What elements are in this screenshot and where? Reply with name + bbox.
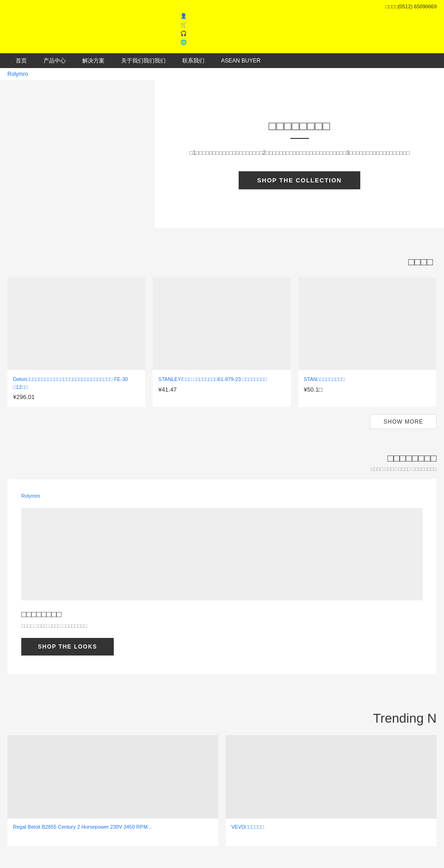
- trending-grid: Regal Beloit B2855 Century 2 Horsepower …: [7, 735, 437, 846]
- product-info-1: STANLEY/□□□ □□□□□□□□61-879-23 □□□□□□□□ ¥…: [153, 370, 290, 399]
- globe-icon: 🌐: [180, 39, 187, 45]
- headset-icon: 🎧: [180, 31, 187, 37]
- main-banner-card: □□□□□□□□ □1□□□□□□□□□□□□□□□□□□□□2□□□□□□□□…: [155, 80, 444, 228]
- trending-info-1: VEVO□□□□□□: [226, 818, 437, 836]
- product-card-0: Deton□□□□□□□□□□□□□□□□□□□□□□□□□□□□ FE-30 …: [7, 277, 145, 407]
- looks-breadcrumb[interactable]: Rolymro: [21, 493, 423, 499]
- looks-outer-section: □□□□□□□□ □□□□ □□□□ □□□□ □□□□□□□□ Rolymro…: [0, 438, 444, 679]
- nav-item-home[interactable]: 首页: [7, 53, 35, 68]
- product-image-0: [7, 277, 145, 370]
- looks-card: Rolymro □□□□□□□□ □□□□ □□□□ □□□□ □□□□□□□□…: [7, 479, 437, 674]
- navbar: 首页 产品中心 解决方案 关于我们我们我们 联系我们 ASEAN BUYER: [0, 53, 444, 68]
- top-header: □□□□(0512) 65090669 👤 🛒 🎧 🌐: [0, 0, 444, 53]
- trending-section: Trending N Regal Beloit B2855 Century 2 …: [0, 697, 444, 851]
- breadcrumb[interactable]: Rolymro: [0, 68, 444, 80]
- product-card-1: STANLEY/□□□ □□□□□□□□61-879-23 □□□□□□□□ ¥…: [153, 277, 290, 407]
- nav-item-products[interactable]: 产品中心: [35, 53, 74, 68]
- cart-icon-row[interactable]: 🛒: [180, 22, 187, 28]
- products-section-title: □□□□: [7, 256, 437, 268]
- product-price-1: ¥41.47: [158, 386, 285, 393]
- trending-product-title-0[interactable]: Regal Beloit B2855 Century 2 Horsepower …: [13, 823, 213, 831]
- phone-text: □□□□(0512) 65090669: [386, 4, 437, 9]
- headset-icon-row[interactable]: 🎧: [180, 31, 187, 37]
- shop-collection-button[interactable]: SHOP THE COLLECTION: [239, 171, 360, 189]
- product-image-1: [153, 277, 290, 370]
- product-image-2: [298, 277, 436, 370]
- looks-inner-title: □□□□□□□□: [21, 610, 423, 619]
- person-icon-row[interactable]: 👤: [180, 13, 187, 19]
- looks-section-subtitle: □□□□ □□□□ □□□□ □□□□□□□□: [7, 466, 437, 472]
- section-gap-2: [0, 679, 444, 697]
- products-section: □□□□ Deton□□□□□□□□□□□□□□□□□□□□□□□□□□□□ F…: [0, 247, 444, 438]
- trending-info-0: Regal Beloit B2855 Century 2 Horsepower …: [7, 818, 218, 836]
- trending-image-0: [7, 735, 218, 818]
- trending-section-title: Trending N: [7, 711, 437, 726]
- product-title-2[interactable]: STAN□□□□□□□□□: [304, 375, 431, 383]
- products-grid: Deton□□□□□□□□□□□□□□□□□□□□□□□□□□□□ FE-30 …: [7, 277, 437, 407]
- show-more-row: SHOW MORE: [7, 414, 437, 429]
- trending-image-1: [226, 735, 437, 818]
- main-heading: □□□□□□□□: [269, 119, 331, 133]
- person-icon: 👤: [180, 13, 187, 19]
- nav-item-about[interactable]: 关于我们我们我们: [113, 53, 174, 68]
- section-gap-1: [0, 228, 444, 247]
- divider: [290, 138, 309, 139]
- show-more-button[interactable]: SHOW MORE: [370, 414, 437, 429]
- product-info-2: STAN□□□□□□□□□ ¥50.1□: [298, 370, 436, 399]
- looks-section-title: □□□□□□□□: [7, 452, 437, 464]
- looks-image: [21, 508, 423, 600]
- header-icons: 👤 🛒 🎧 🌐: [180, 13, 187, 45]
- nav-item-asean[interactable]: ASEAN BUYER: [213, 53, 269, 68]
- product-title-0[interactable]: Deton□□□□□□□□□□□□□□□□□□□□□□□□□□□□ FE-30 …: [13, 375, 140, 391]
- cart-icon: 🛒: [180, 22, 187, 28]
- shop-looks-button[interactable]: SHOP THE LOOKS: [21, 638, 114, 656]
- main-description: □1□□□□□□□□□□□□□□□□□□□□2□□□□□□□□□□□□□□□□□…: [189, 148, 410, 157]
- product-card-2: STAN□□□□□□□□□ ¥50.1□: [298, 277, 436, 407]
- trending-card-0: Regal Beloit B2855 Century 2 Horsepower …: [7, 735, 218, 846]
- nav-item-contact[interactable]: 联系我们: [174, 53, 213, 68]
- looks-inner-desc: □□□□ □□□□ □□□□ □□□□□□□□: [21, 623, 423, 629]
- phone-number: □□□□(0512) 65090669: [386, 4, 437, 9]
- nav-item-solutions[interactable]: 解决方案: [74, 53, 113, 68]
- product-price-2: ¥50.1□: [304, 386, 431, 393]
- product-info-0: Deton□□□□□□□□□□□□□□□□□□□□□□□□□□□□ FE-30 …: [7, 370, 145, 406]
- trending-card-1: VEVO□□□□□□: [226, 735, 437, 846]
- product-price-0: ¥296.01: [13, 393, 140, 400]
- globe-icon-row[interactable]: 🌐: [180, 39, 187, 45]
- product-title-1[interactable]: STANLEY/□□□ □□□□□□□□61-879-23 □□□□□□□□: [158, 375, 285, 383]
- trending-product-title-1[interactable]: VEVO□□□□□□: [231, 823, 431, 831]
